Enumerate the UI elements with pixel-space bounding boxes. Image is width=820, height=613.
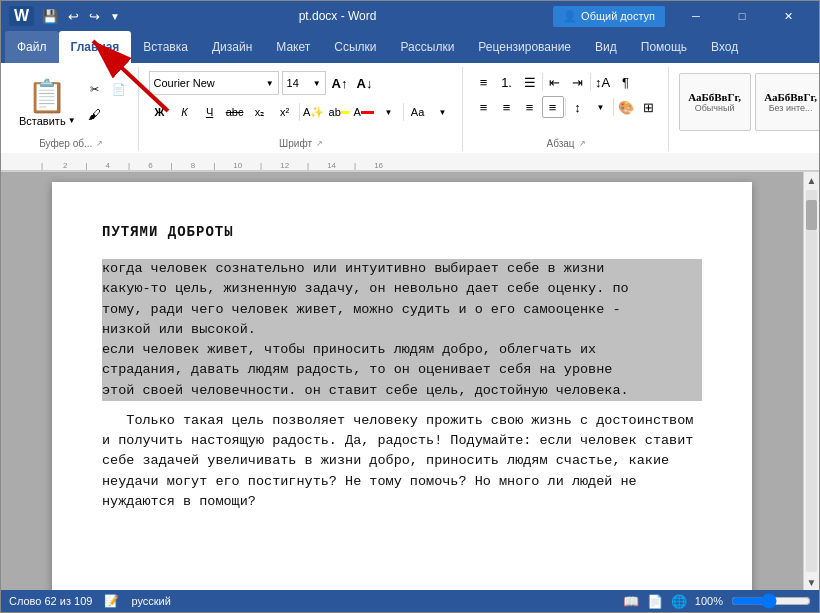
font-size-selector[interactable]: 14 ▼ — [282, 71, 326, 95]
paste-label: Вставить ▼ — [19, 115, 76, 127]
align-right-button[interactable]: ≡ — [519, 96, 541, 118]
bullets-button[interactable]: ≡ — [473, 71, 495, 93]
borders-button[interactable]: ⊞ — [638, 96, 660, 118]
align-left-button[interactable]: ≡ — [473, 96, 495, 118]
align-center-button[interactable]: ≡ — [496, 96, 518, 118]
title-bar-left: W 💾 ↩ ↪ ▼ — [9, 6, 122, 26]
tab-view[interactable]: Вид — [583, 31, 629, 63]
para-row1: ≡ 1. ☰ ⇤ ⇥ ↕A ¶ — [473, 71, 637, 93]
view-layout-button[interactable]: 📄 — [647, 594, 663, 609]
font-expand-icon[interactable]: ↗ — [316, 139, 323, 148]
change-case-button[interactable]: ▼ — [432, 101, 454, 123]
tab-design[interactable]: Дизайн — [200, 31, 264, 63]
line-spacing-button[interactable]: ↕ — [567, 96, 589, 118]
scroll-track[interactable] — [806, 190, 817, 572]
font-shrink-button[interactable]: A↓ — [354, 72, 376, 94]
shading-button[interactable]: 🎨 — [615, 96, 637, 118]
sort-button[interactable]: ↕A — [592, 71, 614, 93]
tab-help[interactable]: Помощь — [629, 31, 699, 63]
share-button[interactable]: 👤 Общий доступ — [553, 6, 665, 27]
highlighted-text-7: этой своей человечности. он ставит себе … — [102, 381, 702, 401]
document-title: ПУТЯМИ ДОБРОТЫ — [102, 222, 702, 243]
view-read-button[interactable]: 📖 — [623, 594, 639, 609]
zoom-level: 100% — [695, 595, 723, 607]
paragraph-expand-icon[interactable]: ↗ — [579, 139, 586, 148]
clipboard-expand-icon[interactable]: ↗ — [96, 139, 103, 148]
tab-home[interactable]: Главная — [59, 31, 132, 63]
style-no-spacing-text: АаБбВвГг, — [764, 91, 817, 103]
document-scroll[interactable]: ПУТЯМИ ДОБРОТЫ когда человек сознательно… — [1, 172, 803, 590]
spell-check-icon[interactable]: 📝 — [104, 594, 119, 608]
maximize-button[interactable]: □ — [719, 1, 765, 31]
document-page[interactable]: ПУТЯМИ ДОБРОТЫ когда человек сознательно… — [52, 182, 752, 590]
multilevel-button[interactable]: ☰ — [519, 71, 541, 93]
zoom-slider[interactable] — [731, 596, 811, 606]
scroll-thumb[interactable] — [806, 200, 817, 230]
paste-button[interactable]: 📋 Вставить ▼ — [13, 73, 82, 131]
clear-format-button[interactable]: Aa — [407, 101, 429, 123]
clipboard-group: 📋 Вставить ▼ ✂ 📄 🖌 — [5, 67, 139, 151]
view-web-button[interactable]: 🌐 — [671, 594, 687, 609]
tab-insert[interactable]: Вставка — [131, 31, 200, 63]
paragraph-group: ≡ 1. ☰ ⇤ ⇥ ↕A ¶ ≡ ≡ ≡ ≡ — [465, 67, 669, 151]
document-area: ПУТЯМИ ДОБРОТЫ когда человек сознательно… — [1, 172, 819, 590]
strikethrough-button[interactable]: abc — [224, 101, 246, 123]
show-marks-button[interactable]: ¶ — [615, 71, 637, 93]
font-sep1 — [299, 103, 300, 121]
styles-label: Стили ↗ — [679, 136, 820, 151]
styles-content: АаБбВвГг, Обычный АаБбВвГг, Без инте... … — [679, 67, 820, 136]
tab-login[interactable]: Вход — [699, 31, 750, 63]
style-no-spacing-label: Без инте... — [769, 103, 813, 113]
style-normal-label: Обычный — [695, 103, 735, 113]
vertical-scrollbar[interactable]: ▲ ▼ — [803, 172, 819, 590]
tab-references[interactable]: Ссылки — [322, 31, 388, 63]
cut-button[interactable]: ✂ — [84, 78, 106, 100]
normal-paragraph: Только такая цель позволяет человеку про… — [102, 411, 702, 512]
quick-customize-icon[interactable]: ▼ — [108, 9, 122, 24]
quick-redo-icon[interactable]: ↪ — [87, 7, 102, 26]
tab-review[interactable]: Рецензирование — [466, 31, 583, 63]
highlight-button[interactable]: ab — [328, 101, 350, 123]
quick-save-icon[interactable]: 💾 — [40, 7, 60, 26]
font-name-selector[interactable]: Courier New ▼ — [149, 71, 279, 95]
status-bar: Слово 62 из 109 📝 русский 📖 📄 🌐 100% — [1, 590, 819, 612]
scroll-down-button[interactable]: ▼ — [804, 574, 819, 590]
format-painter-button[interactable]: 🖌 — [84, 103, 106, 125]
style-no-spacing[interactable]: АаБбВвГг, Без инте... — [755, 73, 820, 131]
quick-undo-icon[interactable]: ↩ — [66, 7, 81, 26]
underline-button[interactable]: Ч — [199, 101, 221, 123]
tab-file[interactable]: Файл — [5, 31, 59, 63]
line-spacing-dropdown[interactable]: ▼ — [590, 96, 612, 118]
clipboard-secondary: ✂ 📄 🖌 — [84, 78, 130, 125]
justify-button[interactable]: ≡ — [542, 96, 564, 118]
text-effects-button[interactable]: A✨ — [303, 101, 325, 123]
minimize-button[interactable]: ─ — [673, 1, 719, 31]
scroll-up-button[interactable]: ▲ — [804, 172, 819, 188]
font-grow-button[interactable]: A↑ — [329, 72, 351, 94]
paste-dropdown-icon[interactable]: ▼ — [68, 116, 76, 125]
copy-button[interactable]: 📄 — [108, 78, 130, 100]
tab-layout[interactable]: Макет — [264, 31, 322, 63]
style-normal-text: АаБбВвГг, — [688, 91, 741, 103]
title-bar: W 💾 ↩ ↪ ▼ pt.docx - Word 👤 Общий доступ … — [1, 1, 819, 31]
numbering-button[interactable]: 1. — [496, 71, 518, 93]
clipboard-row2: 🖌 — [84, 103, 130, 125]
tab-mailings[interactable]: Рассылки — [389, 31, 467, 63]
increase-indent-button[interactable]: ⇥ — [567, 71, 589, 93]
font-sep2 — [403, 103, 404, 121]
subscript-button[interactable]: x₂ — [249, 101, 271, 123]
font-color-button[interactable]: A — [353, 101, 375, 123]
styles-area: АаБбВвГг, Обычный АаБбВвГг, Без инте... … — [679, 73, 820, 131]
superscript-button[interactable]: x² — [274, 101, 296, 123]
font-group: Courier New ▼ 14 ▼ A↑ A↓ Ж К Ч — [141, 67, 463, 151]
bold-button[interactable]: Ж — [149, 101, 171, 123]
style-normal[interactable]: АаБбВвГг, Обычный — [679, 73, 751, 131]
font-color-dropdown[interactable]: ▼ — [378, 101, 400, 123]
font-label: Шрифт ↗ — [149, 136, 454, 151]
close-button[interactable]: ✕ — [765, 1, 811, 31]
decrease-indent-button[interactable]: ⇤ — [544, 71, 566, 93]
font-row1: Courier New ▼ 14 ▼ A↑ A↓ — [149, 71, 376, 95]
italic-button[interactable]: К — [174, 101, 196, 123]
word-count: Слово 62 из 109 — [9, 595, 92, 607]
font-row2: Ж К Ч abc x₂ x² A✨ ab A — [149, 101, 454, 123]
